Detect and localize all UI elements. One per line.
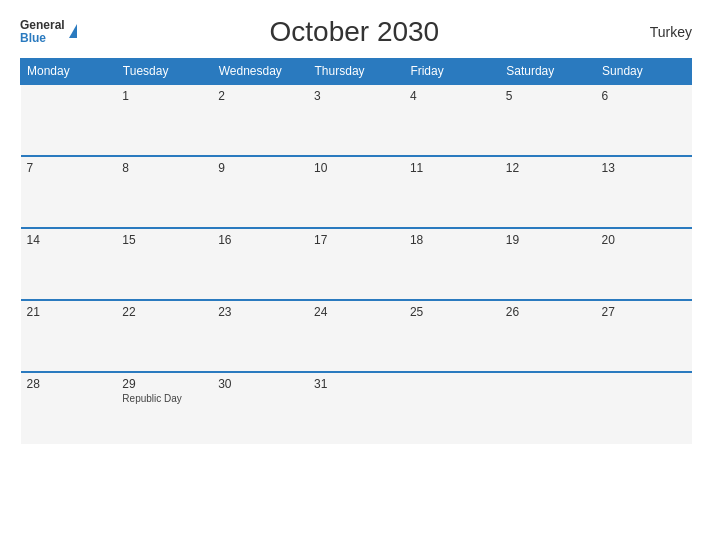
day-number: 29 <box>122 377 206 391</box>
header-friday: Friday <box>404 59 500 85</box>
calendar-day-cell: 10 <box>308 156 404 228</box>
day-number: 28 <box>27 377 111 391</box>
day-number: 17 <box>314 233 398 247</box>
day-number: 19 <box>506 233 590 247</box>
calendar-day-cell: 7 <box>21 156 117 228</box>
header-saturday: Saturday <box>500 59 596 85</box>
day-number: 11 <box>410 161 494 175</box>
holiday-label: Republic Day <box>122 393 206 404</box>
calendar-day-cell: 13 <box>596 156 692 228</box>
day-number: 27 <box>602 305 686 319</box>
calendar-day-cell: 9 <box>212 156 308 228</box>
calendar-day-cell: 31 <box>308 372 404 444</box>
calendar-day-cell: 23 <box>212 300 308 372</box>
day-number: 22 <box>122 305 206 319</box>
day-number: 26 <box>506 305 590 319</box>
day-number: 10 <box>314 161 398 175</box>
calendar-header: General Blue October 2030 Turkey <box>20 16 692 48</box>
day-number: 12 <box>506 161 590 175</box>
day-number: 3 <box>314 89 398 103</box>
day-number: 8 <box>122 161 206 175</box>
day-number: 9 <box>218 161 302 175</box>
day-number: 14 <box>27 233 111 247</box>
day-number: 21 <box>27 305 111 319</box>
calendar-day-cell: 11 <box>404 156 500 228</box>
calendar-day-cell: 1 <box>116 84 212 156</box>
calendar-day-cell: 28 <box>21 372 117 444</box>
calendar-day-cell <box>500 372 596 444</box>
day-number: 6 <box>602 89 686 103</box>
day-number: 31 <box>314 377 398 391</box>
calendar-day-cell <box>404 372 500 444</box>
calendar-day-cell <box>21 84 117 156</box>
calendar-week-row: 21222324252627 <box>21 300 692 372</box>
day-number: 2 <box>218 89 302 103</box>
calendar-page: General Blue October 2030 Turkey Monday … <box>0 0 712 550</box>
header-tuesday: Tuesday <box>116 59 212 85</box>
header-wednesday: Wednesday <box>212 59 308 85</box>
calendar-day-cell: 20 <box>596 228 692 300</box>
day-number: 4 <box>410 89 494 103</box>
calendar-day-cell: 26 <box>500 300 596 372</box>
calendar-week-row: 2829Republic Day3031 <box>21 372 692 444</box>
day-number: 23 <box>218 305 302 319</box>
day-number: 16 <box>218 233 302 247</box>
calendar-day-cell: 4 <box>404 84 500 156</box>
calendar-day-cell: 18 <box>404 228 500 300</box>
calendar-day-cell: 17 <box>308 228 404 300</box>
calendar-day-cell: 24 <box>308 300 404 372</box>
calendar-week-row: 14151617181920 <box>21 228 692 300</box>
country-label: Turkey <box>632 24 692 40</box>
calendar-day-cell <box>596 372 692 444</box>
logo-text: General Blue <box>20 19 65 45</box>
calendar-day-cell: 15 <box>116 228 212 300</box>
day-number: 24 <box>314 305 398 319</box>
day-number: 18 <box>410 233 494 247</box>
calendar-day-cell: 21 <box>21 300 117 372</box>
logo-triangle-icon <box>69 24 77 38</box>
calendar-day-cell: 27 <box>596 300 692 372</box>
calendar-day-cell: 8 <box>116 156 212 228</box>
day-number: 13 <box>602 161 686 175</box>
calendar-day-cell: 6 <box>596 84 692 156</box>
calendar-day-cell: 22 <box>116 300 212 372</box>
logo-blue: Blue <box>20 32 65 45</box>
day-number: 30 <box>218 377 302 391</box>
calendar-day-cell: 30 <box>212 372 308 444</box>
day-number: 1 <box>122 89 206 103</box>
header-sunday: Sunday <box>596 59 692 85</box>
logo: General Blue <box>20 19 77 45</box>
calendar-day-cell: 5 <box>500 84 596 156</box>
calendar-day-cell: 19 <box>500 228 596 300</box>
calendar-day-cell: 2 <box>212 84 308 156</box>
header-monday: Monday <box>21 59 117 85</box>
calendar-week-row: 123456 <box>21 84 692 156</box>
calendar-day-cell: 3 <box>308 84 404 156</box>
calendar-day-cell: 12 <box>500 156 596 228</box>
calendar-day-cell: 14 <box>21 228 117 300</box>
calendar-day-cell: 29Republic Day <box>116 372 212 444</box>
weekday-header-row: Monday Tuesday Wednesday Thursday Friday… <box>21 59 692 85</box>
day-number: 20 <box>602 233 686 247</box>
month-title: October 2030 <box>77 16 632 48</box>
calendar-day-cell: 25 <box>404 300 500 372</box>
header-thursday: Thursday <box>308 59 404 85</box>
calendar-table: Monday Tuesday Wednesday Thursday Friday… <box>20 58 692 444</box>
calendar-day-cell: 16 <box>212 228 308 300</box>
day-number: 5 <box>506 89 590 103</box>
day-number: 7 <box>27 161 111 175</box>
day-number: 15 <box>122 233 206 247</box>
day-number: 25 <box>410 305 494 319</box>
calendar-week-row: 78910111213 <box>21 156 692 228</box>
